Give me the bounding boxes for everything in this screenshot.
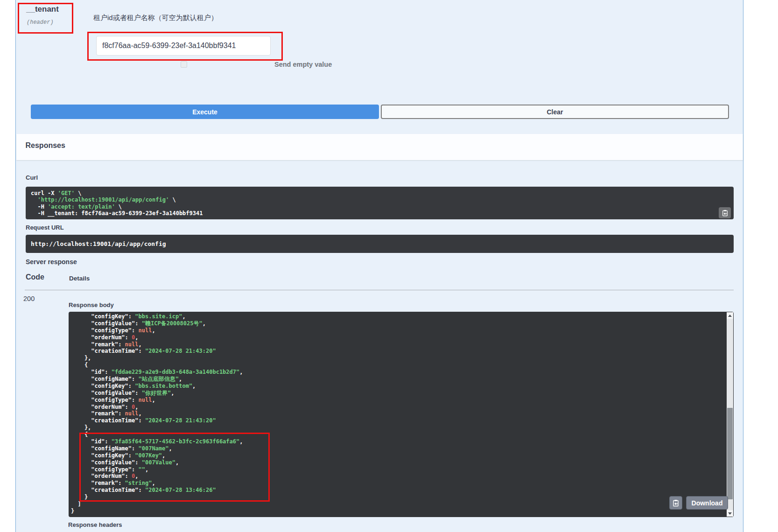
responses-title: Responses	[26, 141, 65, 150]
copy-to-clipboard-icon[interactable]	[669, 496, 682, 510]
download-button[interactable]: Download	[686, 496, 728, 510]
copy-to-clipboard-icon[interactable]	[719, 207, 731, 218]
send-empty-label: Send empty value	[274, 61, 332, 68]
parameter-location: (header)	[27, 19, 54, 26]
status-code: 200	[23, 295, 35, 302]
chevron-up-icon[interactable]	[727, 312, 733, 319]
response-headers-label: Response headers	[68, 521, 122, 528]
code-column-header: Code	[26, 273, 44, 281]
curl-label: Curl	[26, 174, 38, 181]
responses-section-header: Responses	[16, 134, 743, 160]
request-url-block: http://localhost:19001/api/app/config	[26, 235, 734, 253]
request-url-label: Request URL	[26, 224, 64, 231]
response-body-label: Response body	[69, 301, 114, 308]
execute-button[interactable]: Execute	[31, 105, 379, 119]
tenant-value-input[interactable]	[96, 36, 271, 56]
curl-command-block: curl -X 'GET' \ 'http://localhost:19001/…	[26, 187, 734, 219]
send-empty-checkbox[interactable]	[181, 61, 187, 68]
swagger-operation-page: __tenant (header) 租户id或者租户名称（可空为默认租户） Se…	[0, 0, 778, 532]
response-body-scrollbar[interactable]	[727, 312, 733, 517]
clear-button[interactable]: Clear	[381, 105, 729, 119]
server-response-label: Server response	[26, 258, 77, 266]
details-column-header: Details	[69, 275, 90, 282]
parameter-name: __tenant	[26, 5, 59, 14]
response-body-block[interactable]: "configKey": "bbs.site.icp", "configValu…	[69, 312, 734, 517]
chevron-down-icon[interactable]	[727, 510, 733, 517]
parameter-description: 租户id或者租户名称（可空为默认租户）	[93, 14, 218, 22]
scrollbar-thumb[interactable]	[727, 408, 733, 499]
clipboard-icon	[672, 499, 680, 507]
divider	[25, 290, 734, 290]
clipboard-icon	[722, 210, 729, 217]
